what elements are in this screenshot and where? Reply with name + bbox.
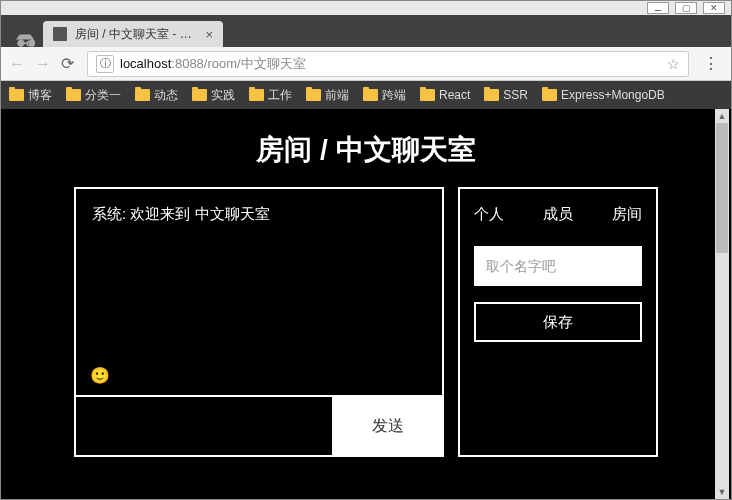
- chat-input[interactable]: [74, 397, 334, 457]
- folder-icon: [420, 89, 435, 101]
- browser-tab[interactable]: 房间 / 中文聊天室 - Nod ×: [43, 21, 223, 47]
- bookmark-item-5[interactable]: 前端: [306, 87, 349, 104]
- tab-title: 房间 / 中文聊天室 - Nod: [75, 26, 197, 43]
- browser-tabbar: 房间 / 中文聊天室 - Nod ×: [1, 15, 731, 47]
- folder-icon: [135, 89, 150, 101]
- bookmarks-bar: 博客分类一动态实践工作前端跨端ReactSSRExpress+MongoDB: [1, 81, 731, 109]
- address-bar: ← → ⟳ ⓘ localhost:8088/room/中文聊天室 ☆ ⋮: [1, 47, 731, 81]
- message-area: 系统: 欢迎来到 中文聊天室 🙂: [74, 187, 444, 397]
- browser-menu-icon[interactable]: ⋮: [699, 54, 723, 73]
- bookmark-label: 工作: [268, 87, 292, 104]
- side-tab-2[interactable]: 房间: [612, 205, 642, 224]
- bookmark-item-4[interactable]: 工作: [249, 87, 292, 104]
- bookmark-item-2[interactable]: 动态: [135, 87, 178, 104]
- folder-icon: [363, 89, 378, 101]
- window-minimize-button[interactable]: ⚊: [647, 2, 669, 14]
- sidebar-panel: 个人成员房间 保存: [458, 187, 658, 457]
- site-info-icon[interactable]: ⓘ: [96, 55, 114, 73]
- window-titlebar: ⚊ ▢ ✕: [1, 1, 731, 15]
- window-maximize-button[interactable]: ▢: [675, 2, 697, 14]
- folder-icon: [9, 89, 24, 101]
- bookmark-item-8[interactable]: SSR: [484, 88, 528, 102]
- bookmark-item-0[interactable]: 博客: [9, 87, 52, 104]
- vertical-scrollbar[interactable]: ▲ ▼: [715, 109, 729, 499]
- folder-icon: [192, 89, 207, 101]
- scroll-up-icon[interactable]: ▲: [715, 109, 729, 123]
- system-message: 系统: 欢迎来到 中文聊天室: [92, 205, 426, 224]
- bookmark-label: 前端: [325, 87, 349, 104]
- page-title: 房间 / 中文聊天室: [256, 131, 475, 169]
- bookmark-item-6[interactable]: 跨端: [363, 87, 406, 104]
- side-tab-1[interactable]: 成员: [543, 205, 573, 224]
- bookmark-label: 跨端: [382, 87, 406, 104]
- emoji-button[interactable]: 🙂: [90, 366, 110, 385]
- incognito-icon: [7, 34, 43, 47]
- bookmark-label: React: [439, 88, 470, 102]
- scroll-thumb[interactable]: [716, 123, 728, 253]
- scroll-down-icon[interactable]: ▼: [715, 485, 729, 499]
- folder-icon: [66, 89, 81, 101]
- bookmark-item-3[interactable]: 实践: [192, 87, 235, 104]
- bookmark-item-7[interactable]: React: [420, 88, 470, 102]
- tab-close-icon[interactable]: ×: [205, 27, 213, 42]
- folder-icon: [484, 89, 499, 101]
- bookmark-label: 分类一: [85, 87, 121, 104]
- side-tab-0[interactable]: 个人: [474, 205, 504, 224]
- url-input[interactable]: ⓘ localhost:8088/room/中文聊天室 ☆: [87, 51, 689, 77]
- nickname-input[interactable]: [474, 246, 642, 286]
- bookmark-star-icon[interactable]: ☆: [661, 56, 686, 72]
- scroll-track[interactable]: [715, 123, 729, 485]
- bookmark-label: Express+MongoDB: [561, 88, 665, 102]
- nav-back-icon[interactable]: ←: [9, 55, 25, 73]
- folder-icon: [542, 89, 557, 101]
- bookmark-label: 动态: [154, 87, 178, 104]
- bookmark-item-9[interactable]: Express+MongoDB: [542, 88, 665, 102]
- nav-reload-icon[interactable]: ⟳: [61, 54, 77, 73]
- bookmark-label: 实践: [211, 87, 235, 104]
- bookmark-label: 博客: [28, 87, 52, 104]
- bookmark-label: SSR: [503, 88, 528, 102]
- folder-icon: [306, 89, 321, 101]
- window-close-button[interactable]: ✕: [703, 2, 725, 14]
- folder-icon: [249, 89, 264, 101]
- url-text: localhost:8088/room/中文聊天室: [120, 55, 661, 73]
- tab-favicon-icon: [53, 27, 67, 41]
- bookmark-item-1[interactable]: 分类一: [66, 87, 121, 104]
- nav-forward-icon: →: [35, 55, 51, 73]
- page-content: 房间 / 中文聊天室 系统: 欢迎来到 中文聊天室 🙂 发送 个人成员房间 保存…: [1, 109, 731, 499]
- send-button[interactable]: 发送: [334, 397, 444, 457]
- save-button[interactable]: 保存: [474, 302, 642, 342]
